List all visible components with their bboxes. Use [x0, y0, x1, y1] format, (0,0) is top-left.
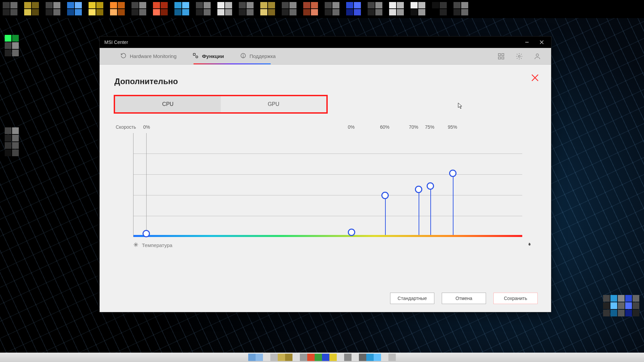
tab-label: GPU — [268, 101, 279, 107]
pct-label: 0% — [143, 124, 150, 130]
button-label: Стандартные — [397, 296, 427, 301]
svg-point-7 — [243, 57, 244, 57]
save-button[interactable]: Сохранить — [493, 293, 538, 304]
pct-label: 0% — [348, 124, 355, 130]
top-color-strip — [0, 0, 644, 18]
percent-labels: 0% 0% 60% 70% 75% 95% — [113, 124, 538, 130]
default-button[interactable]: Стандартные — [390, 293, 434, 304]
svg-point-4 — [196, 56, 198, 58]
tab-gpu[interactable]: GPU — [221, 96, 326, 112]
flame-icon — [526, 242, 532, 249]
button-label: Отмена — [455, 296, 472, 301]
tab-cpu[interactable]: CPU — [115, 96, 221, 112]
footer-buttons: Стандартные Отмена Сохранить — [113, 279, 538, 304]
svg-rect-9 — [502, 53, 504, 55]
curve-handle[interactable] — [449, 170, 457, 177]
button-label: Сохранить — [504, 296, 527, 301]
modal-content: Дополнительно CPU GPU Скорость 0% 0% 60%… — [100, 65, 551, 312]
pixel-deco — [5, 127, 19, 156]
nav-label: Поддержка — [250, 53, 276, 59]
fan-curve-chart: Скорость 0% 0% 60% 70% 75% 95% — [113, 125, 538, 249]
functions-icon — [193, 53, 199, 60]
section-title: Дополнительно — [114, 77, 538, 86]
nav-hardware-monitoring[interactable]: Hardware Monitoring — [120, 48, 176, 64]
curve-handle[interactable] — [427, 182, 434, 190]
user-icon[interactable] — [533, 52, 542, 61]
svg-rect-3 — [193, 53, 195, 55]
svg-point-13 — [536, 54, 538, 56]
minimize-button[interactable] — [520, 37, 534, 48]
curve-handle[interactable] — [348, 229, 355, 236]
svg-rect-11 — [502, 57, 504, 59]
curve-handle[interactable] — [381, 192, 389, 199]
nav-functions[interactable]: Функции — [193, 48, 224, 64]
temperature-gradient — [133, 235, 522, 237]
chart-area[interactable] — [133, 133, 522, 237]
nav-label: Hardware Monitoring — [130, 53, 176, 59]
pct-label: 95% — [448, 124, 457, 130]
pixel-deco — [5, 35, 19, 56]
titlebar[interactable]: MSI Center — [100, 37, 551, 48]
pct-label: 75% — [425, 124, 434, 130]
nav-support[interactable]: Поддержка — [240, 48, 276, 64]
grid-icon[interactable] — [497, 52, 505, 61]
cpu-gpu-tabs: CPU GPU — [114, 95, 328, 114]
temperature-axis-label: Температура — [142, 242, 172, 248]
navbar: Hardware Monitoring Функции Поддержка — [100, 48, 551, 65]
svg-point-12 — [518, 55, 520, 57]
modal-close-button[interactable] — [530, 72, 540, 85]
curve-handle[interactable] — [415, 186, 422, 193]
snowflake-icon — [133, 242, 139, 248]
curve-handle[interactable] — [143, 230, 150, 237]
nav-label: Функции — [202, 53, 224, 59]
pct-label: 70% — [409, 124, 418, 130]
support-icon — [240, 53, 246, 60]
svg-rect-8 — [498, 53, 500, 55]
refresh-icon — [120, 53, 126, 60]
tab-label: CPU — [162, 101, 174, 107]
pixel-deco — [603, 295, 639, 316]
gear-icon[interactable] — [515, 52, 524, 61]
close-button[interactable] — [534, 37, 549, 48]
taskbar — [0, 353, 644, 362]
cancel-button[interactable]: Отмена — [442, 293, 486, 304]
svg-rect-10 — [498, 57, 500, 59]
app-window: MSI Center Hardware Monitoring Функции П… — [99, 36, 551, 312]
pct-label: 60% — [380, 124, 389, 130]
window-title: MSI Center — [104, 40, 128, 45]
